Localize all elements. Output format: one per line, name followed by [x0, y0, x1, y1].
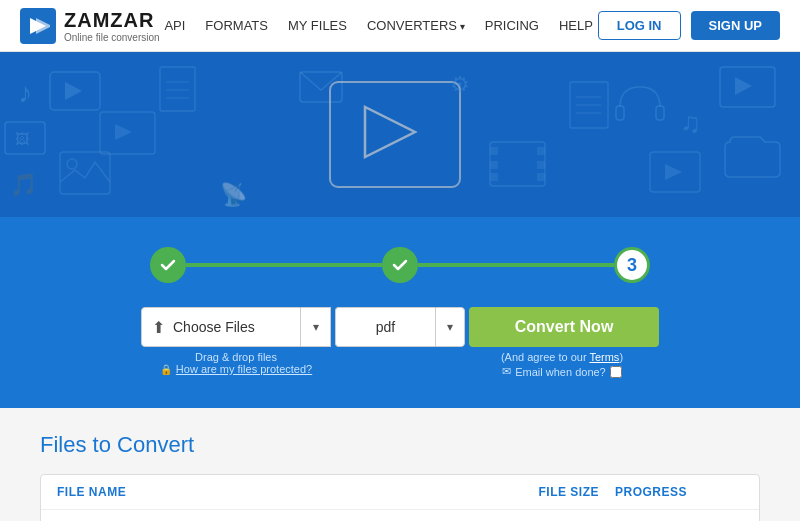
email-envelope-icon: ✉	[502, 365, 511, 378]
upload-icon: ⬆	[152, 318, 165, 337]
svg-text:📡: 📡	[220, 181, 248, 208]
nav-formats[interactable]: FORMATS	[205, 18, 268, 33]
terms-text: (And agree to our Terms)	[501, 351, 623, 363]
col-filename: FILE NAME	[57, 485, 499, 499]
format-dropdown[interactable]: ▾	[435, 307, 465, 347]
nav-api[interactable]: API	[164, 18, 185, 33]
svg-text:🎵: 🎵	[10, 171, 38, 198]
format-input[interactable]	[335, 307, 435, 347]
col-filesize: FILE SIZE	[499, 485, 599, 499]
steps-container: 3	[40, 247, 760, 283]
step-2-circle	[382, 247, 418, 283]
email-row: ✉ Email when done?	[502, 365, 622, 378]
files-title-accent: Convert	[117, 432, 194, 457]
step-1-circle	[150, 247, 186, 283]
protection-link[interactable]: How are my files protected?	[176, 363, 312, 375]
convert-now-button[interactable]: Convert Now	[469, 307, 659, 347]
email-label: Email when done?	[515, 366, 606, 378]
action-row: ⬆ Choose Files ▾ Drag & drop files 🔒 How…	[40, 307, 760, 378]
step-line-1-2	[186, 263, 382, 267]
lock-icon: 🔒	[160, 364, 172, 375]
email-checkbox[interactable]	[610, 366, 622, 378]
files-title-prefix: Files to	[40, 432, 117, 457]
col-progress: PROGRESS	[599, 485, 719, 499]
svg-rect-31	[490, 161, 498, 169]
svg-text:♪: ♪	[18, 77, 32, 108]
choose-files-dropdown[interactable]: ▾	[301, 307, 331, 347]
files-table: FILE NAME FILE SIZE PROGRESS file_exampl…	[40, 474, 760, 521]
nav-links: API FORMATS MY FILES CONVERTERS PRICING …	[164, 18, 593, 33]
login-button[interactable]: LOG IN	[598, 11, 681, 40]
header: ZAMZAR Online file conversion API FORMAT…	[0, 0, 800, 52]
files-title: Files to Convert	[40, 432, 760, 458]
table-header: FILE NAME FILE SIZE PROGRESS	[41, 475, 759, 510]
hero-banner: ♪ 🖼 🎵 ♫	[0, 52, 800, 217]
svg-rect-34	[537, 161, 545, 169]
nav-pricing[interactable]: PRICING	[485, 18, 539, 33]
svg-rect-32	[490, 173, 498, 181]
svg-marker-1	[36, 18, 50, 34]
convert-right: Convert Now (And agree to our Terms) ✉ E…	[465, 307, 659, 378]
nav-myfiles[interactable]: MY FILES	[288, 18, 347, 33]
signup-button[interactable]: SIGN UP	[691, 11, 780, 40]
choose-files-area: ⬆ Choose Files ▾ Drag & drop files 🔒 How…	[141, 307, 331, 375]
converter-box: 3 ⬆ Choose Files ▾ Drag & drop files 🔒 H…	[0, 217, 800, 408]
drag-drop-text: Drag & drop files	[195, 351, 277, 363]
svg-text:🖼: 🖼	[15, 131, 29, 147]
nav-help[interactable]: HELP	[559, 18, 593, 33]
header-buttons: LOG IN SIGN UP	[598, 11, 780, 40]
step-3-circle: 3	[614, 247, 650, 283]
logo-area: ZAMZAR Online file conversion	[20, 8, 160, 44]
svg-rect-35	[537, 173, 545, 181]
logo-name: ZAMZAR	[64, 9, 160, 32]
step-line-2-3	[418, 263, 614, 267]
files-section: Files to Convert FILE NAME FILE SIZE PRO…	[0, 408, 800, 521]
logo-text: ZAMZAR Online file conversion	[64, 9, 160, 43]
choose-files-button[interactable]: ⬆ Choose Files	[141, 307, 301, 347]
svg-text:♫: ♫	[680, 107, 701, 138]
svg-rect-30	[490, 147, 498, 155]
table-row: file_example_XLSX_50.xlsx 7.19 KB Pendin…	[41, 510, 759, 521]
choose-files-label: Choose Files	[173, 319, 255, 335]
logo-tagline: Online file conversion	[64, 32, 160, 43]
nav-converters[interactable]: CONVERTERS	[367, 18, 465, 33]
logo-icon	[20, 8, 56, 44]
svg-text:⚙: ⚙	[450, 72, 470, 97]
svg-rect-33	[537, 147, 545, 155]
terms-link[interactable]: Terms	[589, 351, 619, 363]
format-select-wrap: ▾	[335, 307, 465, 347]
